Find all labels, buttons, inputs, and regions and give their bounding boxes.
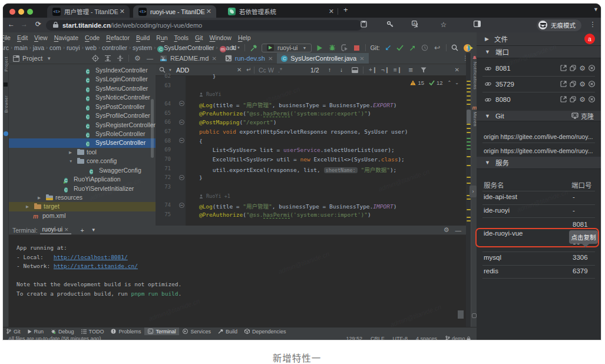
- editor-tab-close-icon[interactable]: ✕: [211, 55, 216, 62]
- port-settings-gear-icon[interactable]: ⚙: [579, 65, 586, 72]
- expand-all-icon[interactable]: [103, 54, 112, 63]
- browser-tab[interactable]: <t>ruoyi-vue - TitanIDE✕: [133, 5, 216, 18]
- find-history-caret-icon[interactable]: ▼: [168, 68, 172, 72]
- bookmark-star-icon[interactable]: ☆: [439, 21, 448, 29]
- tree-item[interactable]: CSwaggerConfig: [9, 166, 156, 175]
- close-port-icon[interactable]: [589, 65, 595, 72]
- open-external-icon[interactable]: [560, 65, 567, 72]
- incognito-badge[interactable]: 无痕模式: [537, 19, 581, 31]
- editor-tab[interactable]: CSysUserController.java✕: [277, 53, 368, 64]
- status-indicator[interactable]: 129:52: [346, 336, 362, 340]
- titan-assistant-icon[interactable]: [467, 44, 474, 52]
- chevron-right-icon[interactable]: ▶: [26, 204, 29, 209]
- port-settings-gear-icon[interactable]: ⚙: [579, 96, 586, 103]
- close-port-icon[interactable]: [589, 81, 595, 88]
- omnibox[interactable]: start.titanide.cn/ide/web/coding/ruoyi-v…: [46, 20, 362, 31]
- status-button-build[interactable]: Build: [214, 327, 241, 336]
- hide-panel-icon[interactable]: —: [146, 54, 154, 63]
- status-button-git[interactable]: Git: [3, 327, 24, 336]
- build-hammer-icon[interactable]: [249, 43, 258, 52]
- chevron-right-icon[interactable]: ▶: [38, 196, 41, 200]
- browser-menu-kebab-icon[interactable]: ⋮: [588, 21, 597, 28]
- status-button-terminal[interactable]: Terminal: [144, 327, 179, 336]
- port-row[interactable]: 35729⚙: [477, 77, 601, 92]
- status-button-todo[interactable]: TODO: [78, 327, 108, 336]
- traffic-minimize-button[interactable]: [18, 9, 24, 15]
- tab-close-icon[interactable]: ✕: [329, 8, 334, 15]
- browser-stripe-button[interactable]: Browser: [4, 95, 8, 115]
- editor-tab-close-icon[interactable]: ✕: [359, 55, 364, 62]
- menu-item[interactable]: Tools: [174, 34, 189, 41]
- traffic-close-button[interactable]: [9, 9, 15, 15]
- git-remote-row[interactable]: origin https://gitee.com/live-demo/ruoy.…: [484, 133, 597, 140]
- editor[interactable]: ▼ ADD ✕ ↵ Cc W .* 1/2 ↑ ↓ +❙: [156, 64, 466, 226]
- locate-icon[interactable]: [91, 54, 100, 63]
- tree-item[interactable]: CSysMenuController: [9, 84, 156, 93]
- status-button-services[interactable]: Services: [179, 327, 214, 336]
- menu-item[interactable]: Navigate: [54, 34, 78, 41]
- editor-tab[interactable]: MDREADME.md✕: [156, 53, 221, 64]
- notification-badge[interactable]: a: [584, 34, 595, 44]
- tree-item[interactable]: CSysRegisterController: [9, 121, 156, 130]
- breadcrumb-item[interactable]: com: [49, 44, 61, 51]
- project-stripe-button[interactable]: Project: [4, 57, 8, 74]
- editor-tab[interactable]: run-dev.sh✕: [221, 53, 277, 64]
- git-update-icon[interactable]: [384, 43, 392, 52]
- forward-icon[interactable]: →: [19, 20, 29, 28]
- menu-item[interactable]: View: [34, 34, 48, 41]
- stripe-bottom-icon[interactable]: [472, 313, 477, 318]
- tree-item[interactable]: CSysIndexController: [9, 66, 156, 75]
- menu-item[interactable]: Run: [156, 34, 167, 41]
- menu-item[interactable]: Help: [238, 34, 251, 41]
- bookmark-card-icon[interactable]: [361, 21, 370, 28]
- breadcrumb-item[interactable]: system: [133, 44, 152, 51]
- terminal-link[interactable]: http://start.titanide.cn/: [54, 263, 138, 269]
- tree-item[interactable]: ▶target: [9, 202, 156, 211]
- back-icon[interactable]: ←: [6, 20, 16, 28]
- status-button-dependencies[interactable]: Dependencies: [241, 327, 290, 336]
- service-row[interactable]: redis6379: [477, 265, 601, 279]
- status-branch[interactable]: demo: [445, 336, 471, 340]
- project-panel-header[interactable]: Project ▼ ⚙ —: [9, 53, 156, 64]
- copy-icon[interactable]: [570, 65, 576, 72]
- status-button-debug[interactable]: Debug: [47, 327, 78, 336]
- editor-scrollbar-thumb[interactable]: [467, 110, 471, 124]
- traffic-zoom-button[interactable]: [27, 9, 33, 15]
- sidebar-section-services[interactable]: ▼服务: [477, 157, 601, 169]
- git-push-icon[interactable]: [408, 43, 417, 52]
- status-indicator[interactable]: 4 spaces: [416, 336, 437, 340]
- editor-tab-close-icon[interactable]: ✕: [268, 55, 273, 62]
- breadcrumb-item[interactable]: web: [85, 44, 97, 51]
- service-row[interactable]: mysql3306: [477, 252, 601, 265]
- status-indicator[interactable]: UTF-8: [392, 336, 408, 340]
- tree-scrollbar-thumb[interactable]: [151, 99, 154, 158]
- terminal-new-tab-icon[interactable]: +: [81, 227, 84, 234]
- debug-bug-icon[interactable]: [328, 43, 336, 52]
- status-button-problems[interactable]: Problems: [107, 327, 144, 336]
- project-settings-gear-icon[interactable]: ⚙: [133, 54, 142, 63]
- breadcrumb-item[interactable]: src: [3, 44, 9, 51]
- browser-tab[interactable]: <t>用户管理 - TitanIDE✕: [47, 5, 130, 18]
- history-clock-icon[interactable]: [421, 43, 429, 52]
- tree-item[interactable]: CSysProfileController: [9, 111, 156, 120]
- tree-item[interactable]: CSysPostController: [9, 102, 156, 111]
- tab-search-chevron-icon[interactable]: ▼: [593, 6, 599, 12]
- menu-item[interactable]: Code: [85, 34, 100, 41]
- sidebar-section-files[interactable]: ▶文件: [477, 32, 601, 46]
- port-row[interactable]: 8080⚙: [477, 92, 601, 107]
- menu-item[interactable]: Edit: [17, 34, 28, 41]
- status-indicator[interactable]: CRLF: [371, 336, 385, 340]
- collapse-all-icon[interactable]: [115, 54, 124, 63]
- side-panel-icon[interactable]: [474, 21, 483, 27]
- run-config-combo[interactable]: ▶ ruoyi-ui ▼: [262, 44, 312, 52]
- reload-icon[interactable]: ⟳: [34, 20, 43, 28]
- terminal-minimize-icon[interactable]: —: [455, 227, 462, 234]
- open-external-icon[interactable]: [560, 96, 567, 103]
- terminal-body[interactable]: App running at:- Local: http://localhost…: [9, 235, 466, 327]
- coverage-icon[interactable]: [340, 43, 349, 52]
- port-row[interactable]: 8081⚙: [477, 61, 601, 76]
- menu-item[interactable]: Git: [195, 34, 203, 41]
- terminal-scrollbar-thumb[interactable]: [458, 310, 464, 319]
- tree-item[interactable]: CSysNoticeController: [9, 93, 156, 102]
- tree-item[interactable]: CSysUserController: [9, 138, 156, 147]
